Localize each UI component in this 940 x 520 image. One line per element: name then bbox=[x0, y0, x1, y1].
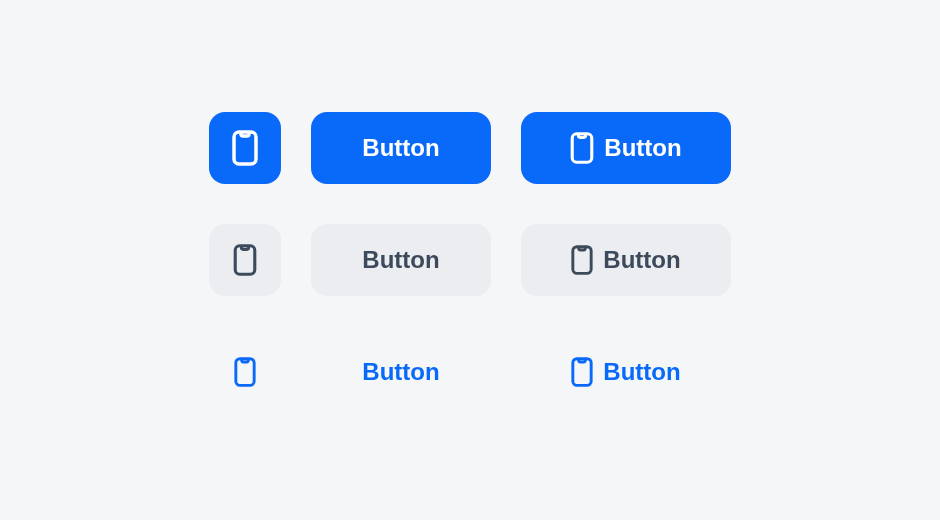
primary-text-button[interactable]: Button bbox=[311, 112, 491, 184]
phone-icon bbox=[232, 130, 258, 166]
button-label: Button bbox=[362, 358, 439, 386]
secondary-icon-button[interactable] bbox=[209, 224, 281, 296]
text-icon-button[interactable] bbox=[209, 336, 281, 408]
primary-icon-button[interactable] bbox=[209, 112, 281, 184]
phone-icon bbox=[571, 357, 593, 387]
phone-icon bbox=[570, 132, 594, 164]
button-label: Button bbox=[603, 246, 680, 274]
primary-row: Button Button bbox=[209, 112, 731, 184]
secondary-text-button[interactable]: Button bbox=[311, 224, 491, 296]
phone-icon bbox=[233, 244, 257, 276]
button-label: Button bbox=[604, 134, 681, 162]
secondary-icon-text-button[interactable]: Button bbox=[521, 224, 731, 296]
button-label: Button bbox=[603, 358, 680, 386]
button-label: Button bbox=[362, 134, 439, 162]
secondary-row: Button Button bbox=[209, 224, 731, 296]
phone-icon bbox=[571, 245, 593, 275]
text-icon-text-button[interactable]: Button bbox=[521, 336, 731, 408]
button-label: Button bbox=[362, 246, 439, 274]
text-text-button[interactable]: Button bbox=[311, 336, 491, 408]
primary-icon-text-button[interactable]: Button bbox=[521, 112, 731, 184]
button-showcase: Button Button Button Button bbox=[209, 112, 731, 408]
text-row: Button Button bbox=[209, 336, 731, 408]
phone-icon bbox=[234, 357, 256, 387]
